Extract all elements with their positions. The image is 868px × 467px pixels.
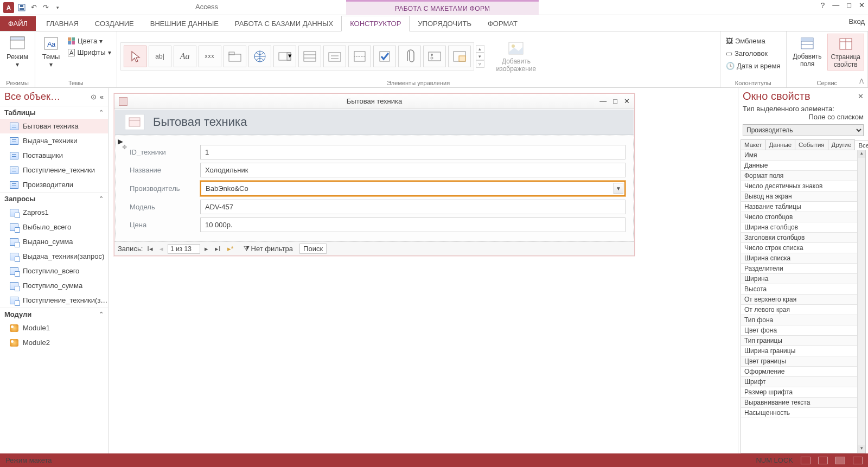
field-value[interactable]: ADV-457 bbox=[200, 200, 626, 214]
ctl-textbox[interactable]: ab| bbox=[149, 46, 171, 67]
nav-item[interactable]: Zapros1 bbox=[0, 205, 108, 220]
fonts-button[interactable]: AШрифты ▾ bbox=[66, 47, 113, 57]
props-row[interactable]: Цвет границы bbox=[741, 356, 865, 367]
props-row[interactable]: Ширина столбцов bbox=[741, 222, 865, 233]
props-row[interactable]: Число десятичных знаков bbox=[741, 181, 865, 191]
props-row[interactable]: Число столбцов bbox=[741, 212, 865, 222]
close-icon[interactable]: ✕ bbox=[859, 1, 865, 9]
tab-arrange[interactable]: УПОРЯДОЧИТЬ bbox=[410, 16, 480, 31]
account-link[interactable]: Вход bbox=[849, 17, 865, 25]
props-row[interactable]: Шрифт bbox=[741, 377, 865, 387]
form-max-icon[interactable]: □ bbox=[613, 97, 617, 105]
props-tab[interactable]: События bbox=[795, 139, 828, 150]
nav-item[interactable]: Выбыло_всего bbox=[0, 220, 108, 234]
nav-filter-icon[interactable]: ⊙ bbox=[91, 93, 97, 101]
nav-group-header[interactable]: Модули⌃ bbox=[0, 308, 108, 321]
ctl-pointer[interactable] bbox=[124, 46, 146, 67]
props-row[interactable]: От верхнего края bbox=[741, 295, 865, 305]
ctl-label[interactable]: Aa bbox=[174, 46, 196, 67]
app-icon[interactable]: A bbox=[3, 2, 14, 13]
view-layout-icon[interactable] bbox=[835, 457, 845, 464]
recnav-last-icon[interactable]: ▸I bbox=[213, 245, 223, 253]
field-value[interactable]: 1 bbox=[200, 145, 626, 159]
props-tab[interactable]: Другие bbox=[828, 139, 856, 150]
logo-button[interactable]: 🖼Эмблема bbox=[724, 36, 783, 46]
colors-button[interactable]: Цвета ▾ bbox=[66, 36, 113, 46]
nav-item[interactable]: Поступление_техники(з… bbox=[0, 293, 108, 308]
props-object-selector[interactable]: Производитель bbox=[743, 124, 864, 136]
props-row[interactable]: Размер шрифта bbox=[741, 387, 865, 398]
props-row[interactable]: Имя bbox=[741, 150, 865, 161]
props-row[interactable]: Ширина границы bbox=[741, 346, 865, 356]
field-value[interactable]: 10 000р. bbox=[200, 217, 626, 232]
ctl-optionbutton[interactable] bbox=[423, 46, 446, 67]
view-form-icon[interactable] bbox=[801, 457, 810, 464]
nav-item[interactable]: Выдача_техники bbox=[0, 133, 108, 148]
insert-image-button[interactable]: Добавить изображение bbox=[493, 39, 540, 74]
restore-icon[interactable]: □ bbox=[847, 1, 851, 9]
props-row[interactable]: Вывод на экран bbox=[741, 191, 865, 202]
props-row[interactable]: Цвет фона bbox=[741, 325, 865, 336]
title-button[interactable]: ▭Заголовок bbox=[724, 48, 783, 59]
ctl-listbox[interactable] bbox=[298, 46, 321, 67]
props-row[interactable]: Формат поля bbox=[741, 171, 865, 181]
ctl-tab[interactable] bbox=[224, 46, 246, 67]
props-row[interactable]: Оформление bbox=[741, 367, 865, 377]
props-row[interactable]: Высота bbox=[741, 284, 865, 295]
props-tab[interactable]: Все bbox=[854, 140, 868, 150]
props-row[interactable]: Ширина bbox=[741, 274, 865, 284]
tab-design[interactable]: КОНСТРУКТОР bbox=[341, 16, 410, 31]
props-row[interactable]: Число строк списка bbox=[741, 243, 865, 253]
props-row[interactable]: Заголовки столбцов bbox=[741, 233, 865, 243]
combo-dropdown-icon[interactable]: ▼ bbox=[614, 183, 623, 194]
tab-dbtools[interactable]: РАБОТА С БАЗАМИ ДАННЫХ bbox=[227, 16, 341, 31]
nav-group-header[interactable]: Запросы⌃ bbox=[0, 192, 108, 205]
minimize-icon[interactable]: — bbox=[832, 1, 839, 9]
nav-item[interactable]: Выдано_сумма bbox=[0, 234, 108, 249]
props-row[interactable]: Выравнивание текста bbox=[741, 398, 865, 408]
view-button[interactable]: Режим▾ bbox=[3, 34, 31, 70]
gallery-up-icon[interactable]: ▴ bbox=[476, 45, 484, 53]
tab-format[interactable]: ФОРМАТ bbox=[480, 16, 526, 31]
ctl-hyperlink[interactable] bbox=[248, 46, 271, 67]
ctl-pagebreak[interactable] bbox=[348, 46, 371, 67]
view-design-icon[interactable] bbox=[853, 457, 863, 464]
ctl-optiongroup[interactable] bbox=[323, 46, 346, 67]
nav-item[interactable]: Поступило_всего bbox=[0, 264, 108, 278]
scroll-up-icon[interactable]: ▴ bbox=[858, 150, 865, 158]
scroll-down-icon[interactable]: ▾ bbox=[858, 445, 865, 453]
nav-item[interactable]: Module2 bbox=[0, 335, 108, 350]
ctl-button[interactable]: xxx bbox=[199, 46, 221, 67]
qat-customize-icon[interactable]: ▾ bbox=[53, 3, 62, 12]
field-value[interactable]: Холодильник bbox=[200, 163, 626, 177]
props-close-icon[interactable]: ✕ bbox=[858, 92, 864, 100]
add-fields-button[interactable]: Добавить поля bbox=[790, 34, 825, 69]
recnav-prev-icon[interactable]: ◂ bbox=[157, 245, 165, 253]
gallery-down-icon[interactable]: ▾ bbox=[476, 53, 484, 60]
property-sheet-button[interactable]: Страница свойств bbox=[827, 34, 864, 71]
ctl-combobox[interactable]: ▾ bbox=[273, 46, 296, 67]
recnav-position[interactable] bbox=[168, 244, 200, 254]
nav-group-header[interactable]: Таблицы⌃ bbox=[0, 106, 108, 119]
tab-home[interactable]: ГЛАВНАЯ bbox=[38, 16, 87, 31]
nav-item[interactable]: Производители bbox=[0, 177, 108, 192]
props-row[interactable]: Тип границы bbox=[741, 336, 865, 346]
form-min-icon[interactable]: — bbox=[599, 97, 607, 105]
view-datasheet-icon[interactable] bbox=[818, 457, 828, 464]
nav-item[interactable]: Бытовая техника bbox=[0, 119, 108, 133]
recnav-next-icon[interactable]: ▸ bbox=[202, 245, 210, 253]
recnav-first-icon[interactable]: I◂ bbox=[145, 245, 155, 253]
nav-item[interactable]: Выдача_техники(запрос) bbox=[0, 249, 108, 264]
tab-external[interactable]: ВНЕШНИЕ ДАННЫЕ bbox=[142, 16, 227, 31]
recnav-new-icon[interactable]: ▸* bbox=[225, 245, 236, 253]
layout-handle-icon[interactable]: ✥ bbox=[122, 144, 127, 149]
props-row[interactable]: От левого края bbox=[741, 305, 865, 315]
themes-button[interactable]: Aa Темы▾ bbox=[39, 34, 63, 70]
tab-file[interactable]: ФАЙЛ bbox=[0, 16, 36, 31]
props-row[interactable]: Название таблицы bbox=[741, 202, 865, 212]
props-row[interactable]: Данные bbox=[741, 161, 865, 171]
props-scrollbar[interactable]: ▴▾ bbox=[857, 150, 865, 453]
props-tab[interactable]: Данные bbox=[765, 139, 796, 150]
undo-icon[interactable]: ↶ bbox=[29, 3, 38, 12]
nav-item[interactable]: Поступило_сумма bbox=[0, 278, 108, 293]
